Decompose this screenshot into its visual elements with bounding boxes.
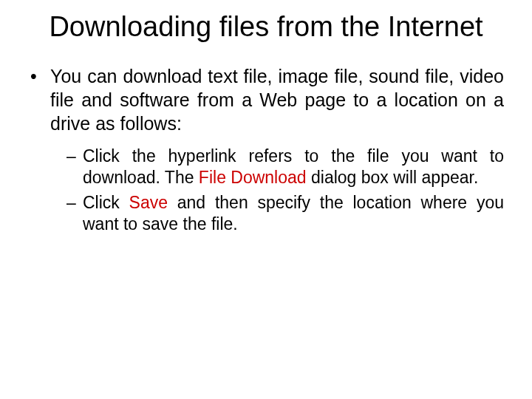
sub-bullet: Click the hyperlink refers to the file y… <box>66 146 504 189</box>
slide-title: Downloading files from the Internet <box>28 11 504 44</box>
sub-bullet-highlight: Save <box>129 193 168 212</box>
main-bullet: You can download text file, image file, … <box>28 64 504 135</box>
sub-bullet: Click Save and then specify the location… <box>66 192 504 236</box>
sub-bullet-list: Click the hyperlink refers to the file y… <box>28 146 504 236</box>
sub-bullet-text-prefix: Click <box>83 193 129 212</box>
sub-bullet-text-suffix: dialog box will appear. <box>307 168 479 187</box>
sub-bullet-highlight: File Download <box>199 168 307 187</box>
